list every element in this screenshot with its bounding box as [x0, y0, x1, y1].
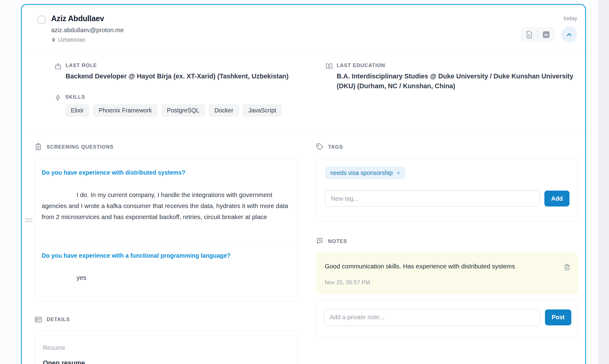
message-bubble-icon: [316, 237, 323, 245]
add-tag-button[interactable]: Add: [544, 191, 569, 207]
collapse-card-button[interactable]: [561, 27, 577, 43]
post-note-button[interactable]: Post: [545, 309, 571, 325]
note-composer: Post: [316, 301, 578, 337]
applied-timestamp: today: [564, 15, 577, 22]
lightning-icon: [55, 94, 61, 116]
clipboard-icon: [35, 143, 42, 150]
details-label: DETAILS: [47, 317, 70, 322]
divider: [538, 31, 538, 39]
candidate-checkbox[interactable]: [38, 16, 46, 24]
link-actions: in: [521, 27, 554, 42]
briefcase-icon: [55, 63, 62, 81]
candidate-location: Uzbekistan: [58, 37, 85, 43]
note-text: Good communication skills. Has experienc…: [325, 262, 515, 271]
skill-chip: Phoenix Framework: [93, 104, 157, 116]
new-tag-input[interactable]: [325, 191, 540, 207]
resume-field-label: Resume: [43, 344, 290, 351]
notes-label: NOTES: [328, 238, 347, 244]
remove-tag-icon[interactable]: ×: [397, 170, 400, 176]
last-education-label: LAST EDUCATION: [337, 63, 574, 68]
candidate-card: Aziz Abdullaev aziz.abdullaev@proton.me …: [21, 4, 586, 364]
delete-note-button[interactable]: [564, 263, 570, 271]
screening-question: Do you have experience with a functional…: [42, 252, 291, 260]
qa-block: Do you have experience with a functional…: [35, 240, 298, 301]
drag-handle-icon[interactable]: [25, 217, 32, 223]
tags-panel: needs visa sponsorship × Add: [316, 158, 578, 222]
id-card-icon: [35, 316, 42, 323]
tag-text: needs visa sponsorship: [330, 169, 393, 176]
candidate-email: aziz.abdullaev@proton.me: [51, 27, 124, 34]
screening-question: Do you have experience with distributed …: [42, 169, 291, 177]
screening-questions-panel: Do you have experience with distributed …: [35, 158, 298, 301]
book-open-icon: [326, 63, 333, 91]
skills-list: Elixir Phoenix Framework PostgreSQL Dock…: [65, 104, 282, 116]
skill-chip: PostgreSQL: [161, 104, 205, 116]
screening-answer: yes: [42, 272, 291, 283]
chevron-up-icon: [566, 31, 573, 38]
resume-file-icon[interactable]: [525, 31, 533, 39]
candidate-name: Aziz Abdullaev: [51, 14, 124, 23]
screening-answer: I do. In my current company, I handle th…: [42, 189, 291, 222]
last-education-value: B.A. Interdisciplinary Studies @ Duke Un…: [337, 71, 574, 91]
tags-label: TAGS: [328, 144, 343, 150]
private-note-input[interactable]: [324, 309, 540, 326]
note-card: Good communication skills. Has experienc…: [316, 253, 578, 294]
profile-summary: LAST ROLE Backend Developer @ Hayot Birj…: [22, 51, 585, 131]
svg-text:in: in: [544, 32, 548, 37]
last-role-value: Backend Developer @ Hayot Birja (ex. XT-…: [66, 71, 289, 81]
linkedin-icon[interactable]: in: [543, 31, 550, 38]
location-pin-icon: [51, 38, 56, 43]
candidate-header: Aziz Abdullaev aziz.abdullaev@proton.me …: [22, 5, 585, 51]
screening-questions-label: SCREENING QUESTIONS: [47, 144, 114, 150]
qa-block: Do you have experience with distributed …: [35, 158, 298, 240]
open-resume-link[interactable]: Open resume: [43, 359, 85, 364]
trash-icon: [564, 264, 570, 271]
skill-chip: Docker: [209, 104, 239, 116]
skills-label: SKILLS: [65, 94, 282, 100]
details-panel: Resume Open resume: [35, 331, 298, 364]
skill-chip: Elixir: [65, 104, 89, 116]
note-timestamp: Nov 25, 05:57 PM: [325, 279, 515, 286]
last-role-label: LAST ROLE: [66, 63, 289, 68]
tag-chip: needs visa sponsorship ×: [325, 167, 405, 179]
tag-icon: [316, 143, 323, 150]
skill-chip: JavaScript: [243, 104, 282, 116]
app-background-strip: [599, 0, 609, 364]
